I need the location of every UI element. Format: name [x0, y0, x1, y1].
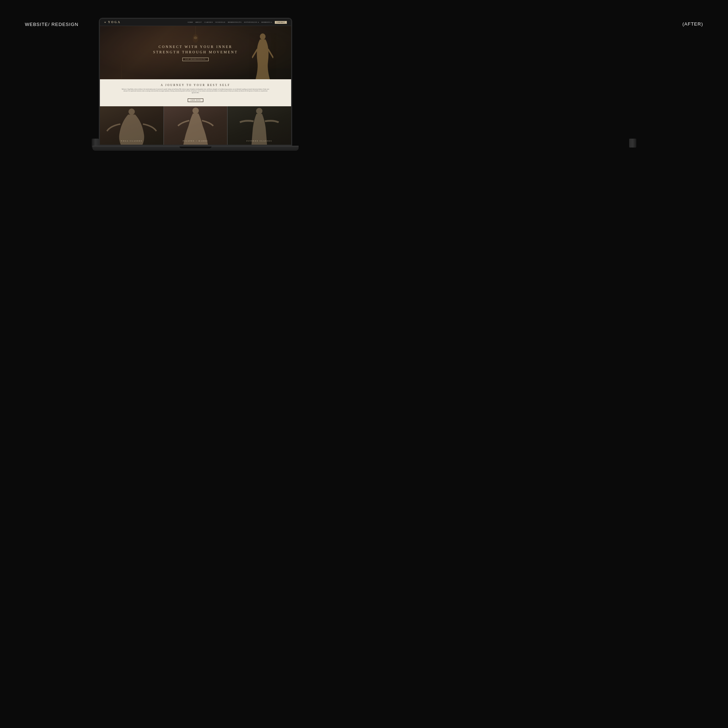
svg-point-7 — [192, 108, 199, 114]
laptop-screen: ✦ YOGA HOME ABOUT CLASSES SCHEDULE MEMBE… — [99, 18, 292, 146]
yoga-figure — [100, 106, 164, 145]
nav-links: HOME ABOUT CLASSES SCHEDULE MEMBERSHIPS … — [188, 21, 287, 24]
nav-link-about[interactable]: ABOUT — [196, 21, 202, 23]
laptop-keyboard-base — [92, 146, 298, 151]
fitness-label: FITNESS CLASSES — [228, 140, 291, 142]
nav-link-members[interactable]: MEMBERS ▾ — [262, 21, 273, 23]
pilates-figure — [164, 106, 228, 145]
pilates-class-item[interactable]: PILATES + BARRE — [164, 106, 228, 145]
hero-cta-button[interactable]: OUR MEMBERSHIPS — [182, 58, 208, 61]
classes-grid: YOGA CLASSES PILATES + BARRE — [100, 106, 291, 145]
laptop-notch — [179, 147, 211, 148]
learn-more-button[interactable]: LEARN MORE — [188, 98, 203, 102]
nav-link-classes[interactable]: CLASSES — [204, 21, 213, 23]
svg-point-8 — [256, 108, 263, 115]
website-redesign-label: WEBSITE/ REDESIGN — [25, 21, 78, 28]
fitness-class-item[interactable]: FITNESS CLASSES — [228, 106, 291, 145]
hero-title: CONNECT WITH YOUR INNER STRENGTH THROUGH… — [153, 44, 238, 55]
nav-logo: ✦ YOGA — [104, 21, 121, 24]
laptop-right-body — [629, 139, 636, 147]
hero-section: CONNECT WITH YOUR INNER STRENGTH THROUGH… — [100, 26, 291, 79]
nav-link-home[interactable]: HOME — [188, 21, 193, 23]
journey-section: A JOURNEY TO YOUR BEST SELF Welcome to Y… — [100, 79, 291, 106]
nav-link-memberships[interactable]: MEMBERSHIPS — [228, 21, 242, 23]
hero-content: CONNECT WITH YOUR INNER STRENGTH THROUGH… — [100, 26, 291, 79]
pilates-label: PILATES + BARRE — [164, 140, 228, 142]
after-label: (AFTER) — [682, 21, 703, 27]
website-content: ✦ YOGA HOME ABOUT CLASSES SCHEDULE MEMBE… — [100, 19, 291, 145]
nav-contact-button[interactable]: CONTACT — [275, 21, 287, 24]
nav-link-experiences[interactable]: EXPERIENCES ▾ — [244, 21, 259, 23]
laptop-frame: ✦ YOGA HOME ABOUT CLASSES SCHEDULE MEMBE… — [99, 18, 292, 151]
fitness-figure — [228, 106, 291, 145]
journey-title: A JOURNEY TO YOUR BEST SELF — [121, 84, 270, 87]
svg-point-6 — [128, 109, 135, 115]
yoga-label: YOGA CLASSES — [100, 140, 164, 142]
journey-body: Welcome to Yoga Bodies, where we believe… — [121, 89, 270, 93]
nav-link-schedule[interactable]: SCHEDULE — [216, 21, 225, 23]
yoga-class-item[interactable]: YOGA CLASSES — [100, 106, 164, 145]
nav-bar: ✦ YOGA HOME ABOUT CLASSES SCHEDULE MEMBE… — [100, 19, 291, 26]
